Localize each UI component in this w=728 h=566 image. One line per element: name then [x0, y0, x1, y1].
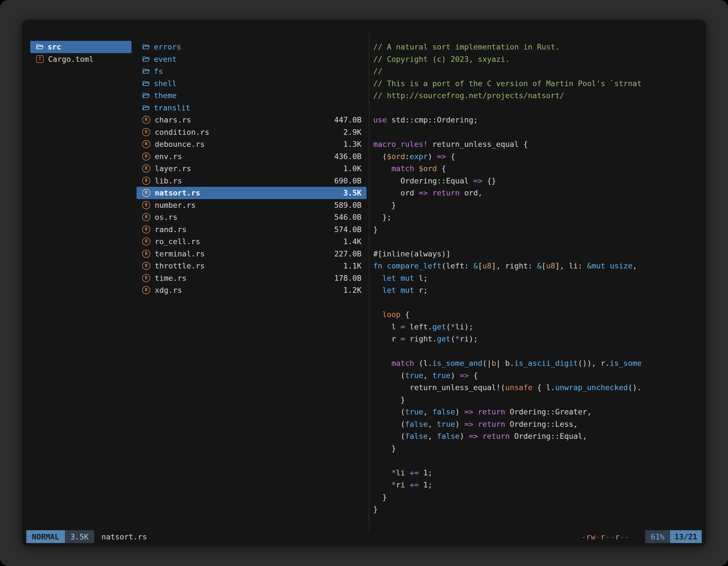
- file-row[interactable]: Rlib.rs690.0B: [137, 175, 367, 187]
- entry-name: os.rs: [155, 213, 177, 222]
- file-row[interactable]: Rdebounce.rs1.3K: [137, 138, 367, 151]
- file-size: 589.0B: [334, 201, 361, 210]
- file-row[interactable]: Rthrottle.rs1.1K: [137, 260, 367, 272]
- file-size: 574.0B: [334, 225, 361, 234]
- rust-icon: R: [142, 262, 150, 270]
- folder-icon: [142, 55, 150, 63]
- code-line: // This is a port of the C version of Ma…: [373, 78, 703, 90]
- code-line: [373, 126, 703, 139]
- file-size: 546.0B: [334, 213, 361, 222]
- entry-name: errors: [154, 43, 181, 51]
- folder-row[interactable]: event: [137, 53, 367, 65]
- file-size: 1.2K: [343, 286, 361, 294]
- rust-icon: R: [142, 116, 150, 124]
- code-line: }: [373, 503, 703, 515]
- file-row[interactable]: Rrand.rs574.0B: [137, 224, 367, 236]
- code-line: [373, 345, 703, 357]
- code-line: *li += 1;: [373, 467, 703, 479]
- file-row[interactable]: Rxdg.rs1.2K: [137, 284, 367, 296]
- desktop-frame: srcTCargo.toml errorseventfsshellthemetr…: [0, 0, 728, 566]
- file-size: 2.9K: [343, 128, 361, 137]
- entry-name: natsort.rs: [155, 189, 200, 197]
- code-line: // Copyright (c) 2023, sxyazi.: [373, 53, 703, 65]
- folder-row[interactable]: translit: [137, 102, 367, 114]
- parent-pane: srcTCargo.toml: [30, 41, 131, 65]
- toml-icon: T: [36, 55, 44, 63]
- code-line: // http://sourcefrog.net/projects/natsor…: [373, 90, 703, 102]
- folder-row[interactable]: errors: [137, 41, 367, 53]
- entry-name: shell: [154, 79, 177, 88]
- entry-name: throttle.rs: [155, 262, 205, 270]
- file-row[interactable]: Rro_cell.rs1.4K: [137, 236, 367, 248]
- code-line: fn compare_left(left: &[u8], right: &[u8…: [373, 260, 703, 272]
- pane-separator: [369, 31, 369, 531]
- rust-icon: R: [142, 201, 150, 209]
- entry-name: condition.rs: [155, 128, 209, 137]
- file-row[interactable]: Rtime.rs178.0B: [137, 272, 367, 284]
- entry-name: event: [154, 55, 177, 64]
- file-size: 1.0K: [343, 164, 361, 173]
- parent-item-cargo-toml[interactable]: TCargo.toml: [30, 53, 131, 65]
- entry-name: Cargo.toml: [48, 55, 94, 64]
- folder-icon: [142, 67, 150, 76]
- code-line: // A natural sort implementation in Rust…: [373, 41, 703, 53]
- position-badge: 13/21: [670, 530, 702, 543]
- file-size: 1.4K: [343, 237, 361, 246]
- file-row[interactable]: Rterminal.rs227.0B: [137, 248, 367, 260]
- entry-name: ro_cell.rs: [155, 237, 200, 246]
- rust-icon: R: [142, 152, 150, 161]
- entry-name: env.rs: [155, 152, 182, 161]
- rust-icon: R: [142, 286, 150, 294]
- entry-name: src: [48, 43, 61, 51]
- code-line: *ri += 1;: [373, 479, 703, 491]
- code-line: ($ord:expr) => {: [373, 151, 703, 163]
- folder-icon: [142, 43, 150, 51]
- code-line: r = right.get(*ri);: [373, 333, 703, 345]
- rust-icon: R: [142, 177, 150, 185]
- preview-pane: // A natural sort implementation in Rust…: [373, 41, 703, 535]
- code-line: ord => return ord,: [373, 187, 703, 199]
- entry-name: fs: [154, 67, 163, 76]
- folder-row[interactable]: shell: [137, 78, 367, 90]
- file-size: 3.5K: [343, 189, 361, 197]
- file-row[interactable]: Renv.rs436.0B: [137, 151, 367, 163]
- entry-name: terminal.rs: [155, 250, 205, 258]
- yazi-window: srcTCargo.toml errorseventfsshellthemetr…: [22, 20, 706, 546]
- rust-icon: R: [142, 238, 150, 246]
- file-row[interactable]: Ros.rs546.0B: [137, 211, 367, 224]
- code-line: [373, 454, 703, 467]
- file-row[interactable]: Rchars.rs447.0B: [137, 114, 367, 126]
- folder-icon: [35, 43, 44, 51]
- code-line: }: [373, 224, 703, 236]
- code-line: match $ord {: [373, 163, 703, 175]
- parent-item-src[interactable]: src: [30, 41, 131, 53]
- folder-icon: [142, 79, 150, 88]
- file-size: 690.0B: [334, 177, 361, 185]
- rust-icon: R: [142, 226, 150, 234]
- code-line: match (l.is_some_and(|b| b.is_ascii_digi…: [373, 357, 703, 369]
- folder-row[interactable]: fs: [137, 65, 367, 78]
- entry-name: lib.rs: [155, 177, 182, 185]
- folder-row[interactable]: theme: [137, 90, 367, 102]
- rust-icon: R: [142, 274, 150, 282]
- code-line: Ordering::Equal => {}: [373, 175, 703, 187]
- file-row[interactable]: Rlayer.rs1.0K: [137, 163, 367, 175]
- rust-icon: R: [142, 128, 150, 136]
- file-row[interactable]: Rnatsort.rs3.5K: [137, 187, 367, 199]
- file-size: 436.0B: [334, 152, 361, 161]
- rust-icon: R: [142, 165, 150, 173]
- code-line: (true, false) => return Ordering::Greate…: [373, 406, 703, 418]
- file-pane: errorseventfsshellthemetranslitRchars.rs…: [137, 41, 367, 296]
- entry-name: chars.rs: [155, 116, 191, 124]
- selected-size-badge: 3.5K: [65, 530, 94, 543]
- permissions: -rw-r--r--: [581, 532, 630, 541]
- code-line: //: [373, 65, 703, 78]
- file-size: 178.0B: [334, 274, 361, 283]
- folder-icon: [142, 104, 150, 112]
- entry-name: rand.rs: [155, 225, 187, 234]
- code-line: loop {: [373, 308, 703, 321]
- code-line: let mut l;: [373, 272, 703, 284]
- file-row[interactable]: Rnumber.rs589.0B: [137, 199, 367, 212]
- file-row[interactable]: Rcondition.rs2.9K: [137, 126, 367, 139]
- entry-name: translit: [154, 104, 190, 112]
